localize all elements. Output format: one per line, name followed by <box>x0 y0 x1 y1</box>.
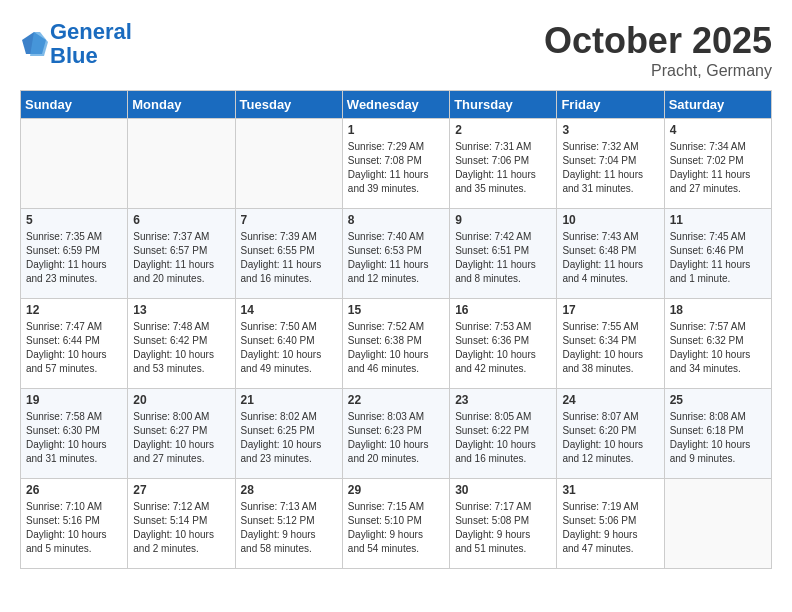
day-number: 27 <box>133 483 229 497</box>
day-number: 22 <box>348 393 444 407</box>
day-number: 10 <box>562 213 658 227</box>
logo-icon <box>20 30 48 58</box>
day-info: Sunrise: 7:15 AM Sunset: 5:10 PM Dayligh… <box>348 500 444 556</box>
calendar-cell: 3Sunrise: 7:32 AM Sunset: 7:04 PM Daylig… <box>557 119 664 209</box>
day-number: 31 <box>562 483 658 497</box>
day-info: Sunrise: 8:07 AM Sunset: 6:20 PM Dayligh… <box>562 410 658 466</box>
day-info: Sunrise: 7:12 AM Sunset: 5:14 PM Dayligh… <box>133 500 229 556</box>
day-number: 13 <box>133 303 229 317</box>
calendar-cell: 1Sunrise: 7:29 AM Sunset: 7:08 PM Daylig… <box>342 119 449 209</box>
day-info: Sunrise: 8:03 AM Sunset: 6:23 PM Dayligh… <box>348 410 444 466</box>
calendar-cell: 6Sunrise: 7:37 AM Sunset: 6:57 PM Daylig… <box>128 209 235 299</box>
day-number: 7 <box>241 213 337 227</box>
calendar-table: SundayMondayTuesdayWednesdayThursdayFrid… <box>20 90 772 569</box>
calendar-cell: 14Sunrise: 7:50 AM Sunset: 6:40 PM Dayli… <box>235 299 342 389</box>
calendar-cell: 12Sunrise: 7:47 AM Sunset: 6:44 PM Dayli… <box>21 299 128 389</box>
weekday-header: Tuesday <box>235 91 342 119</box>
day-info: Sunrise: 7:58 AM Sunset: 6:30 PM Dayligh… <box>26 410 122 466</box>
day-number: 8 <box>348 213 444 227</box>
calendar-week-row: 5Sunrise: 7:35 AM Sunset: 6:59 PM Daylig… <box>21 209 772 299</box>
day-number: 15 <box>348 303 444 317</box>
month-title: October 2025 <box>544 20 772 62</box>
day-info: Sunrise: 7:45 AM Sunset: 6:46 PM Dayligh… <box>670 230 766 286</box>
day-number: 5 <box>26 213 122 227</box>
day-info: Sunrise: 7:10 AM Sunset: 5:16 PM Dayligh… <box>26 500 122 556</box>
weekday-header: Saturday <box>664 91 771 119</box>
calendar-cell: 27Sunrise: 7:12 AM Sunset: 5:14 PM Dayli… <box>128 479 235 569</box>
calendar-week-row: 26Sunrise: 7:10 AM Sunset: 5:16 PM Dayli… <box>21 479 772 569</box>
calendar-cell <box>664 479 771 569</box>
day-info: Sunrise: 7:43 AM Sunset: 6:48 PM Dayligh… <box>562 230 658 286</box>
day-info: Sunrise: 7:19 AM Sunset: 5:06 PM Dayligh… <box>562 500 658 556</box>
day-info: Sunrise: 7:40 AM Sunset: 6:53 PM Dayligh… <box>348 230 444 286</box>
day-info: Sunrise: 7:50 AM Sunset: 6:40 PM Dayligh… <box>241 320 337 376</box>
day-number: 25 <box>670 393 766 407</box>
day-info: Sunrise: 7:52 AM Sunset: 6:38 PM Dayligh… <box>348 320 444 376</box>
logo-general: General <box>50 19 132 44</box>
calendar-cell: 17Sunrise: 7:55 AM Sunset: 6:34 PM Dayli… <box>557 299 664 389</box>
calendar-cell: 20Sunrise: 8:00 AM Sunset: 6:27 PM Dayli… <box>128 389 235 479</box>
day-info: Sunrise: 7:17 AM Sunset: 5:08 PM Dayligh… <box>455 500 551 556</box>
day-number: 4 <box>670 123 766 137</box>
calendar-week-row: 1Sunrise: 7:29 AM Sunset: 7:08 PM Daylig… <box>21 119 772 209</box>
day-number: 6 <box>133 213 229 227</box>
calendar-cell <box>21 119 128 209</box>
day-number: 21 <box>241 393 337 407</box>
day-number: 12 <box>26 303 122 317</box>
day-info: Sunrise: 7:37 AM Sunset: 6:57 PM Dayligh… <box>133 230 229 286</box>
calendar-cell: 5Sunrise: 7:35 AM Sunset: 6:59 PM Daylig… <box>21 209 128 299</box>
calendar-cell: 13Sunrise: 7:48 AM Sunset: 6:42 PM Dayli… <box>128 299 235 389</box>
day-number: 26 <box>26 483 122 497</box>
day-number: 17 <box>562 303 658 317</box>
day-info: Sunrise: 7:57 AM Sunset: 6:32 PM Dayligh… <box>670 320 766 376</box>
day-number: 16 <box>455 303 551 317</box>
day-info: Sunrise: 8:02 AM Sunset: 6:25 PM Dayligh… <box>241 410 337 466</box>
calendar-week-row: 19Sunrise: 7:58 AM Sunset: 6:30 PM Dayli… <box>21 389 772 479</box>
calendar-cell: 10Sunrise: 7:43 AM Sunset: 6:48 PM Dayli… <box>557 209 664 299</box>
calendar-cell: 25Sunrise: 8:08 AM Sunset: 6:18 PM Dayli… <box>664 389 771 479</box>
day-info: Sunrise: 7:31 AM Sunset: 7:06 PM Dayligh… <box>455 140 551 196</box>
calendar-cell: 30Sunrise: 7:17 AM Sunset: 5:08 PM Dayli… <box>450 479 557 569</box>
calendar-cell: 8Sunrise: 7:40 AM Sunset: 6:53 PM Daylig… <box>342 209 449 299</box>
day-number: 1 <box>348 123 444 137</box>
weekday-header: Thursday <box>450 91 557 119</box>
calendar-cell: 26Sunrise: 7:10 AM Sunset: 5:16 PM Dayli… <box>21 479 128 569</box>
day-info: Sunrise: 7:42 AM Sunset: 6:51 PM Dayligh… <box>455 230 551 286</box>
calendar-cell: 11Sunrise: 7:45 AM Sunset: 6:46 PM Dayli… <box>664 209 771 299</box>
calendar-cell: 16Sunrise: 7:53 AM Sunset: 6:36 PM Dayli… <box>450 299 557 389</box>
calendar-cell: 23Sunrise: 8:05 AM Sunset: 6:22 PM Dayli… <box>450 389 557 479</box>
logo-blue: Blue <box>50 43 98 68</box>
weekday-header-row: SundayMondayTuesdayWednesdayThursdayFrid… <box>21 91 772 119</box>
day-number: 20 <box>133 393 229 407</box>
calendar-cell: 7Sunrise: 7:39 AM Sunset: 6:55 PM Daylig… <box>235 209 342 299</box>
calendar-cell <box>128 119 235 209</box>
calendar-cell: 21Sunrise: 8:02 AM Sunset: 6:25 PM Dayli… <box>235 389 342 479</box>
day-number: 9 <box>455 213 551 227</box>
weekday-header: Friday <box>557 91 664 119</box>
day-number: 23 <box>455 393 551 407</box>
day-info: Sunrise: 7:53 AM Sunset: 6:36 PM Dayligh… <box>455 320 551 376</box>
day-info: Sunrise: 7:32 AM Sunset: 7:04 PM Dayligh… <box>562 140 658 196</box>
calendar-cell: 24Sunrise: 8:07 AM Sunset: 6:20 PM Dayli… <box>557 389 664 479</box>
day-number: 14 <box>241 303 337 317</box>
day-number: 30 <box>455 483 551 497</box>
day-info: Sunrise: 7:47 AM Sunset: 6:44 PM Dayligh… <box>26 320 122 376</box>
calendar-cell <box>235 119 342 209</box>
day-number: 28 <box>241 483 337 497</box>
calendar-cell: 28Sunrise: 7:13 AM Sunset: 5:12 PM Dayli… <box>235 479 342 569</box>
day-info: Sunrise: 8:08 AM Sunset: 6:18 PM Dayligh… <box>670 410 766 466</box>
day-info: Sunrise: 7:34 AM Sunset: 7:02 PM Dayligh… <box>670 140 766 196</box>
calendar-cell: 22Sunrise: 8:03 AM Sunset: 6:23 PM Dayli… <box>342 389 449 479</box>
calendar-week-row: 12Sunrise: 7:47 AM Sunset: 6:44 PM Dayli… <box>21 299 772 389</box>
calendar-cell: 2Sunrise: 7:31 AM Sunset: 7:06 PM Daylig… <box>450 119 557 209</box>
day-number: 18 <box>670 303 766 317</box>
calendar-cell: 19Sunrise: 7:58 AM Sunset: 6:30 PM Dayli… <box>21 389 128 479</box>
page-header: General Blue October 2025 Pracht, German… <box>20 20 772 80</box>
weekday-header: Sunday <box>21 91 128 119</box>
location: Pracht, Germany <box>544 62 772 80</box>
calendar-cell: 15Sunrise: 7:52 AM Sunset: 6:38 PM Dayli… <box>342 299 449 389</box>
day-number: 11 <box>670 213 766 227</box>
title-block: October 2025 Pracht, Germany <box>544 20 772 80</box>
day-info: Sunrise: 7:13 AM Sunset: 5:12 PM Dayligh… <box>241 500 337 556</box>
logo: General Blue <box>20 20 132 68</box>
